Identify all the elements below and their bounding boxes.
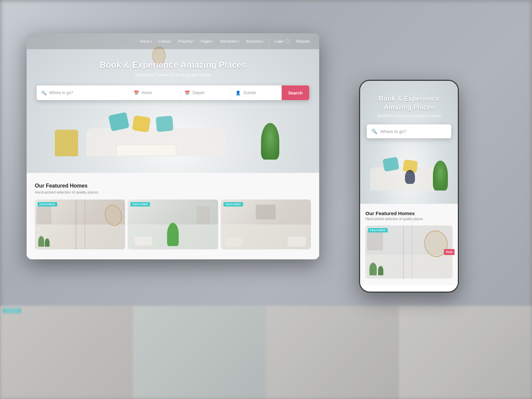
- hero-subtitle: WordPress Theme For Booking and Rental: [27, 73, 319, 77]
- calendar-arrive-icon: 📅: [134, 90, 139, 95]
- bg-card-2: FEATURED: [133, 306, 266, 399]
- mobile-search-placeholder: Where to go?: [380, 129, 406, 134]
- guests-field[interactable]: 👤 Guests: [231, 85, 281, 100]
- mobile-featured-section: Our Featured Homes Hand-picked selection…: [360, 204, 458, 285]
- nav-property[interactable]: Property ▾: [176, 38, 197, 45]
- hero-title: Book & Experience Amazing Places: [27, 60, 319, 70]
- card-stripe: [75, 200, 76, 249]
- guests-icon: 👤: [235, 90, 241, 95]
- plant-small: [38, 236, 44, 247]
- mobile-featured-card[interactable]: FEATURED: [365, 225, 453, 279]
- furniture-decor: [197, 206, 210, 224]
- login-circle-icon: [286, 39, 290, 43]
- nav-links: Home ▾ Listing ▾ Property ▾ Pages ▾ Elem…: [137, 38, 313, 45]
- featured-title: Our Featured Homes: [35, 183, 311, 189]
- arrive-label: Arrive: [142, 90, 152, 95]
- property-chevron-icon: ▾: [193, 40, 194, 43]
- nav-searches[interactable]: Searches ▾: [243, 38, 266, 45]
- tall-plant: [167, 223, 179, 246]
- mobile-toy: [405, 170, 415, 184]
- chair-decor: [134, 236, 153, 246]
- coffee-table: [116, 145, 176, 156]
- desktop-hero: Home ▾ Listing ▾ Property ▾ Pages ▾ Elem…: [27, 33, 319, 173]
- nav-login[interactable]: Login: [272, 38, 292, 45]
- nav-listing[interactable]: Listing ▾: [156, 38, 174, 45]
- calendar-depart-icon: 📅: [185, 90, 190, 95]
- destination-placeholder: Where to go?: [49, 90, 73, 95]
- home-chevron-icon: ▾: [151, 40, 152, 43]
- guests-label: Guests: [243, 90, 256, 95]
- searches-chevron-icon: ▾: [262, 40, 264, 43]
- mobile-shelf: [367, 230, 383, 250]
- nav-divider: [269, 39, 269, 44]
- desktop-mockup: Home ▾ Listing ▾ Property ▾ Pages ▾ Elem…: [27, 33, 319, 259]
- destination-field[interactable]: 🔍 Where to go?: [37, 85, 129, 100]
- featured-card-1[interactable]: FEATURED: [35, 200, 125, 249]
- depart-label: Depart: [193, 90, 204, 95]
- room-decoration: [27, 33, 319, 173]
- hero-content: Book & Experience Amazing Places WordPre…: [27, 60, 319, 100]
- mobile-stripe-2: [412, 225, 413, 279]
- mobile-hero-subtitle: WordPress Theme For Booking and Rental: [367, 114, 451, 118]
- card-stripe2: [84, 200, 85, 249]
- featured-section: Our Featured Homes Hand-picked selection…: [27, 173, 319, 259]
- mobile-cushion-teal: [382, 157, 399, 172]
- card-1-image: [35, 200, 125, 249]
- navbar: Home ▾ Listing ▾ Property ▾ Pages ▾ Elem…: [27, 33, 319, 49]
- plant-small2: [45, 238, 50, 247]
- search-button[interactable]: Search: [282, 85, 309, 100]
- card-2-image: [128, 200, 218, 249]
- search-icon: 🔍: [41, 90, 47, 95]
- card-3-image: [221, 200, 311, 249]
- mobile-plant: [433, 161, 448, 191]
- bg-card-1: FEATURED: [0, 306, 133, 399]
- featured-card-2[interactable]: FEATURED: [128, 200, 218, 249]
- shelf-decor: [37, 206, 52, 224]
- featured-badge-1: FEATURED: [38, 202, 57, 206]
- bg-card-4: [399, 306, 532, 399]
- mobile-mockup: Book & Experience Amazing Places WordPre…: [359, 80, 459, 293]
- nav-home[interactable]: Home ▾: [137, 38, 155, 45]
- mobile-featured-subtitle: Hand-picked selection of quality places: [365, 217, 453, 221]
- cards-row: FEATURED FEATURED: [35, 200, 311, 249]
- plant-right: [261, 123, 279, 160]
- nav-elementor[interactable]: Elementor ▾: [217, 38, 242, 45]
- mobile-hero: Book & Experience Amazing Places WordPre…: [360, 81, 458, 204]
- mobile-featured-badge: FEATURED: [368, 228, 388, 232]
- mobile-featured-title: Our Featured Homes: [365, 210, 453, 216]
- mobile-stripe-1: [403, 225, 404, 279]
- depart-field[interactable]: 📅 Depart: [180, 85, 231, 100]
- featured-subtitle: Hand-picked selection of quality places: [35, 190, 311, 194]
- mobile-search-bar[interactable]: 🔍 Where to go?: [367, 124, 451, 138]
- mobile-card-image: [365, 225, 453, 279]
- mobile-plant-1: [369, 263, 377, 275]
- cushion-yellow: [132, 115, 151, 133]
- hammock-decor: [103, 203, 124, 228]
- arrive-field[interactable]: 📅 Arrive: [129, 85, 180, 100]
- small-table: [288, 237, 306, 247]
- featured-card-3[interactable]: FEATURED: [221, 200, 311, 249]
- prev-button[interactable]: Prev: [444, 249, 455, 255]
- nav-register[interactable]: Register: [294, 38, 313, 45]
- listing-chevron-icon: ▾: [170, 40, 172, 43]
- cushion-teal2: [156, 116, 174, 132]
- mobile-card-container: FEATURED Prev: [365, 225, 453, 279]
- mobile-search-icon: 🔍: [371, 129, 377, 134]
- wall-art: [256, 204, 276, 219]
- bg-card-3: FEATURED: [266, 306, 399, 399]
- elementor-chevron-icon: ▾: [238, 40, 239, 43]
- desktop-search-bar: 🔍 Where to go? 📅 Arrive 📅 Depart 👤 Guest…: [37, 85, 309, 100]
- featured-badge-2: FEATURED: [130, 202, 150, 206]
- nav-pages[interactable]: Pages ▾: [198, 38, 216, 45]
- mobile-plant-2: [378, 266, 383, 275]
- small-sofa: [226, 237, 242, 247]
- yellow-chair: [55, 130, 78, 156]
- mobile-hero-title: Book & Experience Amazing Places: [367, 94, 451, 111]
- featured-badge-3: FEATURED: [223, 202, 243, 206]
- pages-chevron-icon: ▾: [212, 40, 213, 43]
- mobile-hero-content: Book & Experience Amazing Places WordPre…: [360, 94, 458, 138]
- background-bottom-strip: FEATURED FEATURED FEATURED: [0, 306, 532, 399]
